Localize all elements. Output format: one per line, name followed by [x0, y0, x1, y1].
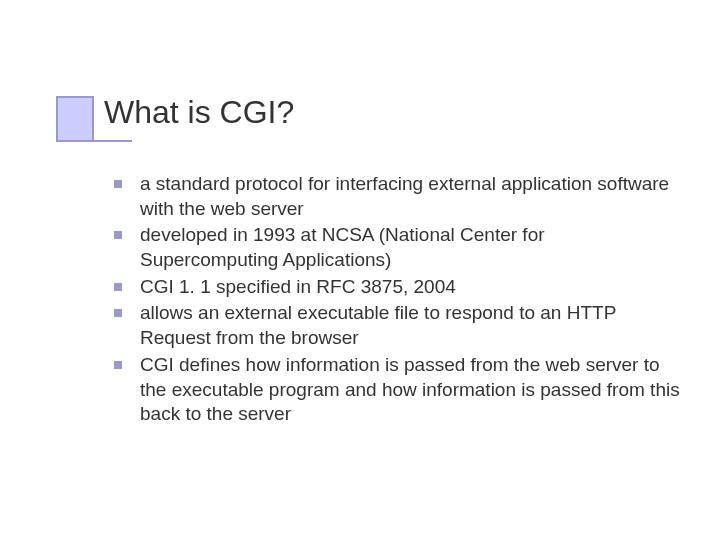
bullet-square-icon: [114, 361, 122, 369]
slide-title: What is CGI?: [104, 94, 294, 131]
bullet-square-icon: [114, 283, 122, 291]
list-item: CGI 1. 1 specified in RFC 3875, 2004: [110, 275, 680, 300]
bullet-text: CGI defines how information is passed fr…: [140, 354, 680, 424]
title-accent-box: [56, 96, 94, 142]
bullet-square-icon: [114, 231, 122, 239]
bullet-text: developed in 1993 at NCSA (National Cent…: [140, 224, 545, 270]
bullet-list: a standard protocol for interfacing exte…: [110, 172, 680, 427]
bullet-text: a standard protocol for interfacing exte…: [140, 173, 669, 219]
list-item: developed in 1993 at NCSA (National Cent…: [110, 223, 680, 272]
list-item: CGI defines how information is passed fr…: [110, 353, 680, 427]
bullet-square-icon: [114, 309, 122, 317]
bullet-square-icon: [114, 180, 122, 188]
content-area: a standard protocol for interfacing exte…: [110, 172, 680, 429]
bullet-text: allows an external executable file to re…: [140, 302, 616, 348]
list-item: allows an external executable file to re…: [110, 301, 680, 350]
slide: What is CGI? a standard protocol for int…: [0, 0, 720, 540]
list-item: a standard protocol for interfacing exte…: [110, 172, 680, 221]
bullet-text: CGI 1. 1 specified in RFC 3875, 2004: [140, 276, 456, 297]
